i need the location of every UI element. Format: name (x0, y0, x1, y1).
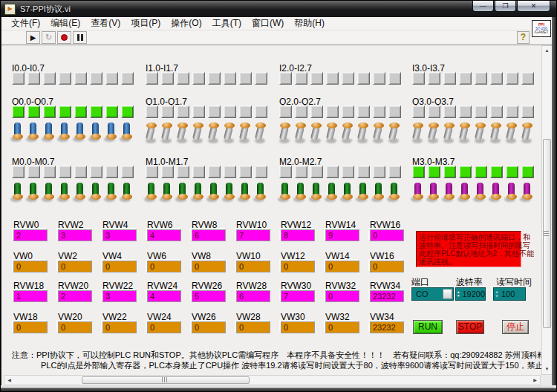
toggle-switch[interactable] (43, 180, 56, 212)
toggle-switch[interactable] (192, 180, 205, 212)
scroll-left-icon[interactable]: ◀ (4, 376, 14, 385)
register-field[interactable]: 0 (236, 321, 270, 333)
register-field[interactable]: 0 (102, 261, 137, 272)
toggle-switch[interactable] (177, 120, 189, 151)
toggle-switch[interactable] (310, 180, 323, 212)
toggle-switch[interactable] (459, 120, 472, 151)
port-dropdown-button[interactable] (443, 289, 452, 299)
toggle-switch[interactable] (459, 180, 472, 212)
toggle-switch[interactable] (161, 120, 174, 151)
toggle-switch[interactable] (388, 120, 401, 151)
toggle-switch[interactable] (146, 120, 158, 151)
toggle-switch[interactable] (224, 180, 236, 212)
register-field[interactable]: 0 (58, 321, 92, 333)
horizontal-scrollbar[interactable]: ◀ ▶ (4, 375, 541, 385)
toggle-switch[interactable] (490, 180, 503, 212)
toggle-switch[interactable] (192, 120, 205, 151)
menu-item-4[interactable]: 操作(O) (166, 17, 206, 30)
rw-time-value[interactable]: 100 (500, 288, 525, 300)
register-field[interactable]: 0 (102, 321, 137, 333)
toggle-switch[interactable] (342, 120, 354, 151)
toggle-switch[interactable] (521, 120, 534, 151)
toggle-switch[interactable] (475, 120, 487, 151)
register-field[interactable]: 0 (58, 261, 92, 272)
toggle-switch[interactable] (310, 120, 323, 151)
register-field[interactable]: 0 (147, 261, 181, 272)
register-field[interactable]: 0 (236, 261, 270, 272)
toggle-switch[interactable] (412, 120, 425, 151)
toggle-switch[interactable] (279, 180, 292, 212)
help-button[interactable]: ? (517, 31, 530, 44)
toggle-switch[interactable] (43, 120, 56, 151)
toggle-switch[interactable] (59, 180, 71, 212)
register-field[interactable]: 0 (13, 321, 48, 333)
toggle-switch[interactable] (146, 180, 158, 212)
menu-item-1[interactable]: 编辑(E) (45, 17, 85, 30)
menu-item-0[interactable]: 文件(F) (6, 17, 45, 30)
toggle-switch[interactable] (428, 120, 440, 151)
toggle-switch[interactable] (90, 180, 102, 212)
spin-down-icon[interactable]: ▼ (495, 294, 499, 298)
abort-button[interactable] (57, 31, 71, 44)
toggle-switch[interactable] (177, 180, 189, 212)
menu-item-2[interactable]: 查看(V) (85, 17, 126, 30)
vertical-scrollbar[interactable]: ▲ ▼ (541, 45, 553, 375)
toggle-switch[interactable] (59, 120, 71, 151)
vi-icon[interactable]: PPI S7-200 /GAMET (532, 20, 551, 37)
toggle-switch[interactable] (521, 180, 534, 212)
register-field[interactable]: 0 (281, 261, 315, 272)
register-field[interactable]: 0 (370, 261, 404, 272)
port-combo[interactable]: CO (411, 287, 454, 301)
rw-time-input[interactable]: ▲▼ 100 (493, 287, 526, 301)
menu-item-5[interactable]: 工具(T) (207, 17, 247, 30)
spin-down-icon[interactable]: ▼ (457, 294, 460, 298)
scroll-right-icon[interactable]: ▶ (530, 376, 540, 385)
toggle-switch[interactable] (12, 180, 25, 212)
toggle-switch[interactable] (12, 120, 25, 151)
toggle-switch[interactable] (279, 120, 292, 151)
toggle-switch[interactable] (443, 180, 456, 212)
register-field[interactable]: 0 (192, 321, 226, 333)
halt-button[interactable]: 停止 (502, 320, 529, 334)
toggle-switch[interactable] (105, 120, 118, 151)
register-field[interactable]: 0 (192, 261, 226, 272)
toggle-switch[interactable] (255, 120, 267, 151)
register-field[interactable]: 0 (147, 321, 181, 333)
toggle-switch[interactable] (224, 120, 236, 151)
plc-stop-button[interactable]: STOP (456, 320, 484, 334)
scroll-up-icon[interactable]: ▲ (542, 46, 552, 56)
pause-button[interactable] (73, 31, 87, 44)
run-button[interactable]: ▶ (26, 31, 40, 44)
toggle-switch[interactable] (506, 180, 518, 212)
register-field[interactable]: 0 (13, 261, 48, 272)
register-field[interactable]: 23232 (370, 321, 404, 333)
register-field[interactable]: 0 (325, 261, 359, 272)
toggle-switch[interactable] (121, 120, 134, 151)
rw-time-spinner[interactable]: ▲▼ (494, 288, 500, 300)
register-field[interactable]: 0 (325, 321, 359, 333)
toggle-switch[interactable] (208, 120, 221, 151)
toggle-switch[interactable] (373, 120, 385, 151)
toggle-switch[interactable] (342, 180, 354, 212)
toggle-switch[interactable] (373, 180, 385, 212)
toggle-switch[interactable] (326, 120, 339, 151)
toggle-switch[interactable] (105, 180, 118, 212)
toggle-switch[interactable] (239, 180, 252, 212)
toggle-switch[interactable] (428, 180, 440, 212)
toggle-switch[interactable] (475, 180, 487, 212)
toggle-switch[interactable] (27, 180, 40, 212)
scroll-down-icon[interactable]: ▼ (542, 365, 552, 374)
menu-item-6[interactable]: 窗口(W) (247, 17, 289, 30)
toggle-switch[interactable] (121, 180, 134, 212)
minimize-button[interactable]: — (472, 1, 494, 12)
toggle-switch[interactable] (388, 180, 401, 212)
toggle-switch[interactable] (27, 120, 40, 151)
toggle-switch[interactable] (357, 180, 370, 212)
plc-run-button[interactable]: RUN (413, 320, 443, 334)
toggle-switch[interactable] (506, 120, 518, 151)
toggle-switch[interactable] (239, 120, 252, 151)
toggle-switch[interactable] (295, 180, 307, 212)
toggle-switch[interactable] (412, 180, 425, 212)
menu-item-3[interactable]: 项目(P) (126, 17, 166, 30)
maximize-button[interactable]: ❐ (495, 1, 516, 12)
